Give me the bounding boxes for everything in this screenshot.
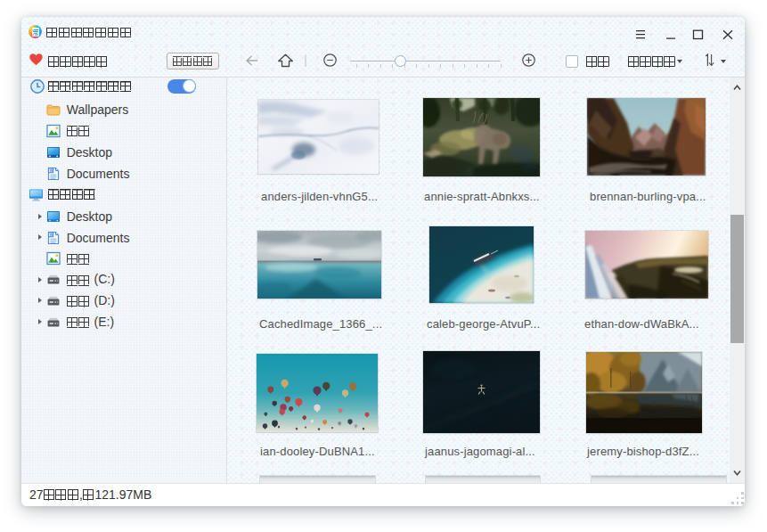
svg-text:W: W — [50, 168, 54, 173]
svg-text:W: W — [50, 233, 54, 237]
